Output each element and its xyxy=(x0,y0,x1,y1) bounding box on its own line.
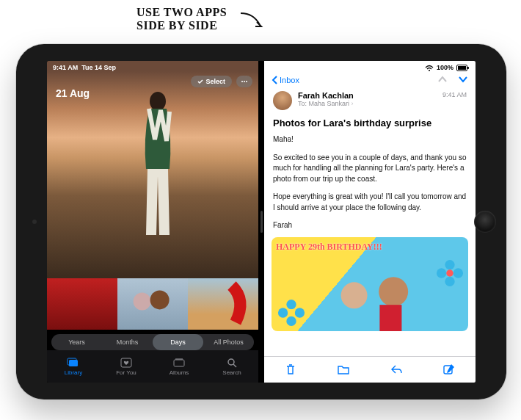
move-button[interactable] xyxy=(337,363,350,377)
message-attachment[interactable]: HAPPY 29th BIRTHDAY!!! xyxy=(272,237,468,331)
avatar[interactable] xyxy=(273,91,292,110)
compose-icon xyxy=(442,363,456,376)
photo-thumbnail[interactable] xyxy=(188,278,258,330)
recipient-line[interactable]: To: Maha Sankari › xyxy=(298,100,437,107)
callout-text: USE TWO APPS SIDE BY SIDE xyxy=(136,6,227,32)
body-paragraph: Hope everything is great with you! I'll … xyxy=(273,192,467,213)
to-label: To: xyxy=(298,100,307,107)
tab-label: Library xyxy=(65,369,82,376)
message-subject: Photos for Lara's birthday surprise xyxy=(264,113,476,134)
svg-point-11 xyxy=(228,359,234,365)
ipad-screen: 9:41 AM Tue 14 Sep 21 Aug Select xyxy=(47,61,476,383)
next-message-button[interactable] xyxy=(458,74,468,85)
hero-subject xyxy=(136,88,180,242)
svg-rect-15 xyxy=(458,66,466,70)
svg-point-5 xyxy=(150,290,170,309)
photos-app: 9:41 AM Tue 14 Sep 21 Aug Select xyxy=(47,61,258,383)
tab-for-you[interactable]: For You xyxy=(100,350,153,383)
back-button[interactable]: Inbox xyxy=(272,76,299,84)
more-button[interactable] xyxy=(236,76,252,87)
drag-handle-icon xyxy=(260,211,263,233)
tab-label: Search xyxy=(222,369,241,376)
home-button[interactable] xyxy=(474,211,496,233)
photo-stack-icon xyxy=(67,358,80,368)
body-paragraph: Maha! xyxy=(273,134,467,145)
ellipsis-icon xyxy=(241,79,248,84)
reply-button[interactable] xyxy=(390,363,403,377)
albums-icon xyxy=(172,358,186,368)
callout-annotation: USE TWO APPS SIDE BY SIDE xyxy=(136,6,227,32)
heart-square-icon xyxy=(120,358,133,368)
back-label: Inbox xyxy=(280,76,299,84)
message-header: Farah Kachlan To: Maha Sankari › 9:41 AM xyxy=(264,88,476,113)
split-view-divider[interactable] xyxy=(258,61,264,383)
svg-point-1 xyxy=(244,81,245,82)
mail-toolbar xyxy=(264,356,476,383)
wifi-icon xyxy=(425,65,434,71)
status-bar-right: 100% xyxy=(264,61,476,71)
arrow-icon xyxy=(239,10,269,32)
tab-label: Albums xyxy=(170,369,189,376)
svg-line-12 xyxy=(233,364,236,367)
svg-point-28 xyxy=(379,277,408,306)
ipad-device-frame: 9:41 AM Tue 14 Sep 21 Aug Select xyxy=(16,44,506,399)
status-date: Tue 14 Sep xyxy=(81,64,116,71)
tab-library[interactable]: Library xyxy=(47,350,100,383)
message-body: Maha! So excited to see you in a couple … xyxy=(264,134,476,231)
body-paragraph: So excited to see you in a couple of day… xyxy=(273,153,467,185)
recipient-name: Maha Sankari xyxy=(309,100,350,107)
svg-point-4 xyxy=(134,293,151,311)
photo-thumbnail[interactable] xyxy=(47,278,117,330)
svg-point-27 xyxy=(341,282,368,308)
chevron-left-icon xyxy=(272,76,277,84)
checkmark-icon xyxy=(197,79,203,84)
photo-date-title: 21 Aug xyxy=(56,87,90,99)
segment-days[interactable]: Days xyxy=(153,334,203,350)
trash-icon xyxy=(284,363,297,376)
body-paragraph: Farah xyxy=(273,220,467,231)
svg-point-0 xyxy=(241,81,243,82)
photo-thumbnail-strip xyxy=(47,278,258,330)
chevron-down-icon xyxy=(458,76,468,83)
sender-name[interactable]: Farah Kachlan xyxy=(298,91,437,100)
svg-rect-10 xyxy=(175,358,183,360)
select-button[interactable]: Select xyxy=(191,76,232,87)
reply-icon xyxy=(390,363,403,376)
status-bar-left: 9:41 AM Tue 14 Sep xyxy=(47,61,258,71)
svg-rect-16 xyxy=(467,67,469,69)
segment-years[interactable]: Years xyxy=(51,334,102,350)
battery-icon xyxy=(456,65,470,71)
tab-search[interactable]: Search xyxy=(205,350,258,383)
select-label: Select xyxy=(205,78,225,85)
chevron-right-icon: › xyxy=(351,100,354,107)
prev-message-button[interactable] xyxy=(437,74,448,85)
message-time: 9:41 AM xyxy=(442,91,467,98)
time-range-segmented[interactable]: Years Months Days All Photos xyxy=(51,334,254,350)
front-camera xyxy=(32,220,37,224)
photos-hero-image[interactable]: 21 Aug Select xyxy=(47,71,258,278)
delete-button[interactable] xyxy=(284,363,297,377)
segment-all-photos[interactable]: All Photos xyxy=(203,334,254,350)
compose-button[interactable] xyxy=(442,363,456,377)
mail-nav-bar: Inbox xyxy=(264,71,476,88)
search-icon xyxy=(225,358,238,368)
photo-thumbnail[interactable] xyxy=(117,278,188,330)
svg-rect-29 xyxy=(379,305,401,331)
svg-point-3 xyxy=(150,92,166,111)
folder-icon xyxy=(337,363,350,376)
mail-app: 100% Inbox Farah Kachlan To: xyxy=(264,61,476,383)
tab-label: For You xyxy=(116,369,136,376)
svg-point-2 xyxy=(246,81,247,82)
chevron-up-icon xyxy=(437,76,448,83)
photos-tab-bar: Library For You Albums Search xyxy=(47,350,258,383)
battery-percent: 100% xyxy=(437,64,453,71)
segment-months[interactable]: Months xyxy=(102,334,153,350)
tab-albums[interactable]: Albums xyxy=(153,350,205,383)
svg-rect-9 xyxy=(174,360,184,366)
status-time: 9:41 AM xyxy=(53,64,78,71)
attachment-photo-subjects xyxy=(272,237,468,331)
